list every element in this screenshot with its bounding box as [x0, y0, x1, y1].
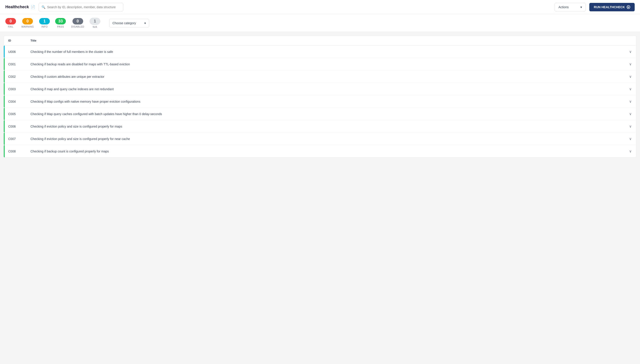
row-id: C004	[8, 100, 31, 103]
row-indicator-green	[4, 70, 5, 83]
row-id: C001	[8, 62, 31, 66]
stats-bar: 0 FAIL 0 WARNING 1 INFO 33 PASS 0 DISABL…	[0, 14, 640, 32]
chevron-down-icon: ∨	[623, 99, 632, 104]
chevron-down-icon: ∨	[623, 112, 632, 116]
table-header: ID Title	[4, 36, 636, 46]
row-indicator-green	[4, 95, 5, 108]
category-dropdown[interactable]: Choose category ▾	[109, 19, 149, 27]
chevron-down-icon: ▾	[580, 5, 582, 9]
run-button-label: RUN HEALTHCHECK	[594, 5, 625, 9]
row-id: C002	[8, 75, 31, 78]
title-text: Healthcheck	[5, 5, 29, 9]
row-indicator-green	[4, 145, 5, 157]
row-title: Checking if map and query cache indexes …	[31, 87, 623, 91]
disabled-label: DISABLED	[71, 25, 84, 28]
actions-button[interactable]: Actions ▾	[555, 3, 586, 11]
table-row[interactable]: C003 Checking if map and query cache ind…	[4, 83, 636, 95]
fail-count: 0	[5, 18, 16, 24]
row-indicator-green	[4, 108, 5, 120]
search-bar[interactable]: 🔍	[39, 3, 123, 11]
stat-disabled[interactable]: 0 DISABLED	[71, 18, 84, 28]
chevron-down-icon: ∨	[623, 137, 632, 141]
chevron-down-icon: ∨	[623, 74, 632, 79]
category-select-label: Choose category	[113, 21, 136, 25]
actions-label: Actions	[558, 5, 569, 9]
header: Healthcheck 📄 🔍 Actions ▾ RUN HEALTHCHEC…	[0, 0, 640, 14]
chevron-down-icon: ∨	[623, 62, 632, 66]
row-id: C005	[8, 112, 31, 116]
disabled-count: 0	[73, 18, 83, 24]
row-id: C006	[8, 125, 31, 128]
col-id: ID	[8, 39, 31, 42]
row-title: Checking if eviction policy and size is …	[31, 125, 623, 128]
play-icon: ▶	[627, 5, 630, 9]
na-label: N/A	[93, 26, 97, 28]
chevron-down-icon: ∨	[623, 124, 632, 128]
warning-count: 0	[22, 18, 33, 24]
chevron-down-icon: ∨	[623, 87, 632, 91]
stat-warning[interactable]: 0 WARNING	[21, 18, 34, 28]
table-row[interactable]: C001 Checking if backup reads are disabl…	[4, 58, 636, 70]
table-row[interactable]: C002 Checking if custom attributes are u…	[4, 70, 636, 83]
row-id: C008	[8, 150, 31, 153]
info-label: INFO	[41, 25, 48, 28]
row-title: Checking if custom attributes are unique…	[31, 75, 623, 78]
pass-label: PASS	[57, 25, 64, 28]
row-indicator-green	[4, 58, 5, 70]
row-title: Checking if Map query caches configured …	[31, 112, 623, 116]
table-row[interactable]: C007 Checking if eviction policy and siz…	[4, 133, 636, 145]
search-input[interactable]	[47, 5, 120, 9]
na-count: 1	[90, 18, 100, 25]
app-title: Healthcheck 📄	[5, 5, 35, 9]
checks-table: ID Title U006 Checking if the number of …	[4, 36, 636, 158]
table-row[interactable]: C006 Checking if eviction policy and siz…	[4, 120, 636, 133]
warning-label: WARNING	[21, 25, 34, 28]
row-title: Checking if backup reads are disabled fo…	[31, 62, 623, 66]
row-id: C003	[8, 87, 31, 91]
row-id: C007	[8, 137, 31, 141]
stat-info[interactable]: 1 INFO	[39, 18, 50, 28]
stat-na[interactable]: 1 N/A	[90, 18, 100, 28]
row-indicator-green	[4, 83, 5, 95]
col-title: Title	[31, 39, 623, 42]
category-chevron-icon: ▾	[144, 21, 146, 25]
row-id: U006	[8, 50, 31, 54]
row-indicator-green	[4, 133, 5, 145]
row-title: Checking if eviction policy and size is …	[31, 137, 623, 141]
stat-fail[interactable]: 0 FAIL	[5, 18, 16, 28]
row-title: Checking if the number of full members i…	[31, 50, 623, 54]
chevron-down-icon: ∨	[623, 149, 632, 153]
search-icon: 🔍	[42, 5, 45, 9]
pass-count: 33	[55, 18, 66, 24]
title-icon: 📄	[31, 5, 35, 9]
info-count: 1	[39, 18, 50, 24]
row-title: Checking if Map configs with native memo…	[31, 100, 623, 103]
run-healthcheck-button[interactable]: RUN HEALTHCHECK ▶	[589, 3, 635, 11]
col-action	[623, 39, 632, 42]
table-row[interactable]: C005 Checking if Map query caches config…	[4, 108, 636, 120]
table-row[interactable]: U006 Checking if the number of full memb…	[4, 46, 636, 58]
table-row[interactable]: C004 Checking if Map configs with native…	[4, 95, 636, 108]
row-title: Checking if backup count is configured p…	[31, 150, 623, 153]
table-row[interactable]: C008 Checking if backup count is configu…	[4, 145, 636, 157]
chevron-down-icon: ∨	[623, 50, 632, 54]
row-indicator-green	[4, 120, 5, 132]
fail-label: FAIL	[8, 25, 14, 28]
stat-pass[interactable]: 33 PASS	[55, 18, 66, 28]
row-indicator-blue	[4, 46, 5, 58]
